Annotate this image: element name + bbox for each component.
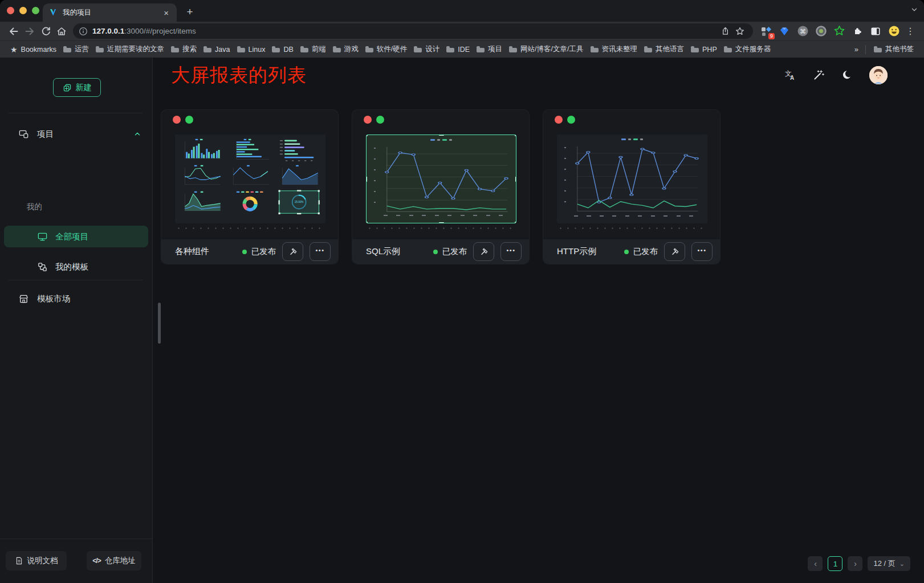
current-page-button[interactable]: 1 bbox=[828, 556, 842, 571]
home-button[interactable] bbox=[54, 23, 70, 39]
sidebar-group-project[interactable]: 项目 bbox=[0, 123, 153, 145]
extensions-puzzle-icon[interactable] bbox=[851, 25, 864, 38]
project-card[interactable]: 25.00% 各种组件 已发布 bbox=[161, 109, 339, 264]
share-icon[interactable] bbox=[718, 23, 732, 39]
prev-page-button[interactable]: ‹ bbox=[808, 556, 823, 571]
repo-button[interactable]: </> 仓库地址 bbox=[87, 551, 141, 570]
scrollbar-thumb[interactable] bbox=[158, 303, 161, 344]
sidebar-divider bbox=[9, 280, 143, 280]
bookmark-folder[interactable]: Java bbox=[200, 44, 233, 55]
new-copy-plus-icon bbox=[63, 83, 72, 92]
new-project-button[interactable]: 新建 bbox=[53, 78, 101, 97]
project-card[interactable]: SQL示例 已发布 bbox=[352, 109, 530, 264]
extension-badge: 9 bbox=[768, 33, 775, 39]
sidebar-item-all-projects[interactable]: 全部项目 bbox=[4, 226, 148, 247]
browser-toolbar: 127.0.0.1 :3000/#/project/items 9 ⌘ bbox=[0, 22, 924, 40]
bookmark-folder[interactable]: 软件/硬件 bbox=[362, 43, 410, 56]
browser-tab[interactable]: 我的项目 × bbox=[43, 3, 177, 22]
edit-project-button[interactable] bbox=[473, 242, 494, 261]
sidebar-item-template-market[interactable]: 模板市场 bbox=[0, 288, 153, 309]
status-dot bbox=[624, 250, 629, 254]
dotted-separator bbox=[175, 227, 324, 229]
projects-icon bbox=[18, 129, 29, 140]
sidebar-toggle-icon[interactable] bbox=[869, 25, 882, 38]
status-badge: 已发布 bbox=[433, 246, 467, 257]
bookmark-folder[interactable]: 游戏 bbox=[329, 43, 362, 56]
folder-icon bbox=[874, 46, 882, 52]
sidebar-item-my-templates[interactable]: 我的模板 bbox=[4, 256, 148, 278]
bookmark-folder[interactable]: 文件服务器 bbox=[721, 43, 775, 56]
maximize-window-button[interactable] bbox=[32, 7, 39, 14]
bookmark-folder[interactable]: 其他语言 bbox=[641, 43, 687, 56]
bookmark-folder[interactable]: 近期需要读的文章 bbox=[92, 43, 168, 56]
tab-search-chevron-icon[interactable] bbox=[910, 6, 918, 16]
bookmark-folder[interactable]: 网站/博客/文章/工具 bbox=[506, 43, 587, 56]
green-dot bbox=[567, 116, 575, 124]
mini-hbar-chart bbox=[226, 137, 274, 162]
project-card[interactable]: HTTP示例 已发布 bbox=[543, 109, 721, 264]
bookmark-folder[interactable]: IDE bbox=[443, 44, 473, 55]
forward-button[interactable] bbox=[22, 23, 38, 39]
more-actions-button[interactable]: ••• bbox=[500, 242, 522, 261]
page-size-select[interactable]: 12 / 页 ⌄ bbox=[868, 556, 910, 571]
extension-circle-dot-icon[interactable] bbox=[815, 25, 827, 38]
bookmark-folder[interactable]: 设计 bbox=[410, 43, 443, 56]
bookmark-folder[interactable]: 项目 bbox=[473, 43, 506, 56]
project-thumbnail[interactable] bbox=[366, 134, 516, 223]
reload-button[interactable] bbox=[38, 23, 54, 39]
bookmark-folder[interactable]: DB bbox=[268, 44, 296, 55]
selection-handle bbox=[366, 222, 368, 223]
docs-button[interactable]: 说明文档 bbox=[6, 551, 67, 570]
edit-project-button[interactable] bbox=[664, 242, 685, 261]
page-title: 大屏报表的列表 bbox=[171, 63, 307, 88]
language-icon[interactable]: 文 A bbox=[784, 69, 796, 81]
bookmark-folder[interactable]: 搜索 bbox=[168, 43, 200, 56]
bookmark-folder[interactable]: 运营 bbox=[60, 43, 92, 56]
card-footer: SQL示例 已发布 bbox=[352, 239, 529, 264]
bookmarks-manager[interactable]: ★Bookmarks bbox=[7, 43, 60, 56]
minimize-window-button[interactable] bbox=[19, 7, 27, 14]
bookmarks-overflow-chevron[interactable]: » bbox=[852, 45, 861, 54]
hammer-icon bbox=[670, 247, 680, 257]
user-avatar[interactable] bbox=[869, 66, 888, 84]
mini-donut-chart bbox=[226, 190, 274, 215]
browser-menu-icon[interactable]: ⋮ bbox=[902, 23, 918, 39]
more-actions-button[interactable]: ••• bbox=[691, 242, 713, 261]
back-button[interactable] bbox=[6, 23, 22, 39]
bookmark-folder[interactable]: 前端 bbox=[297, 43, 329, 56]
extension-command-icon[interactable]: ⌘ bbox=[796, 25, 809, 38]
dark-mode-moon-icon[interactable] bbox=[841, 69, 853, 81]
bookmark-folder[interactable]: Linux bbox=[234, 44, 269, 55]
mini-line-chart bbox=[226, 164, 274, 189]
other-bookmarks[interactable]: 其他书签 bbox=[870, 43, 917, 56]
dotted-separator bbox=[366, 227, 515, 229]
chevron-up-icon[interactable] bbox=[133, 130, 141, 138]
tab-close-icon[interactable]: × bbox=[161, 7, 171, 18]
sidebar-divider bbox=[9, 113, 143, 113]
site-info-icon[interactable] bbox=[79, 27, 88, 36]
bookmark-star-icon[interactable] bbox=[732, 23, 747, 39]
red-dot bbox=[555, 116, 563, 124]
mini-capsule-chart bbox=[275, 137, 323, 162]
project-thumbnail[interactable] bbox=[557, 134, 707, 223]
emoji-extension-icon[interactable] bbox=[888, 25, 900, 38]
bookmark-folder[interactable]: 资讯未整理 bbox=[587, 43, 641, 56]
extension-green-star-icon[interactable] bbox=[833, 25, 845, 38]
address-bar[interactable]: 127.0.0.1 :3000/#/project/items bbox=[73, 23, 753, 39]
selection-handle bbox=[366, 134, 368, 136]
close-window-button[interactable] bbox=[7, 7, 14, 14]
magic-wand-icon[interactable] bbox=[812, 69, 825, 81]
bookmark-folder[interactable]: PHP bbox=[687, 44, 721, 55]
extension-blocks-icon[interactable]: 9 bbox=[760, 25, 772, 38]
extension-gem-icon[interactable] bbox=[778, 25, 791, 38]
edit-project-button[interactable] bbox=[282, 242, 303, 261]
project-thumbnail[interactable]: 25.00% bbox=[175, 134, 325, 223]
new-tab-button[interactable]: + bbox=[182, 5, 197, 19]
main-area: 大屏报表的列表 文 A bbox=[153, 58, 924, 583]
selection-handle bbox=[439, 134, 444, 136]
more-actions-button[interactable]: ••• bbox=[310, 242, 331, 261]
sidebar: 新建 项目 我的 全部项目 bbox=[0, 58, 153, 583]
next-page-button[interactable]: › bbox=[848, 556, 862, 571]
star-icon: ★ bbox=[10, 45, 18, 54]
project-card-list: 25.00% 各种组件 已发布 bbox=[153, 93, 924, 264]
